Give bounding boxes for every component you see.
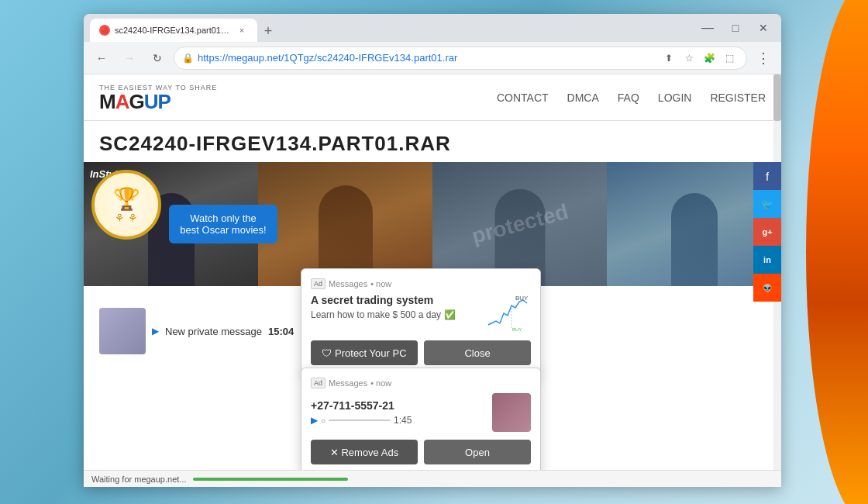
ad-popup-1: Ad Messages • now A secret trading syste… xyxy=(301,268,541,375)
page-content: THE EASIEST WAY TO SHARE MAGUP CONTACT D… xyxy=(84,74,781,470)
address-text: https://megaup.net/1QTgz/sc24240-IFRGEv1… xyxy=(198,52,655,64)
logo-ga: G xyxy=(129,90,143,113)
play-icon: ▶ xyxy=(152,326,159,337)
blue-tooltip-text: Watch only the best Oscar movies! xyxy=(180,212,266,236)
status-text: Waiting for megaup.net... xyxy=(91,475,187,484)
nav-register[interactable]: REGISTER xyxy=(710,91,766,104)
page-title: SC24240-IFRGEV134.PART01.RAR xyxy=(99,132,766,156)
ad-popup-2: Ad Messages • now +27-711-5557-21 ▶ ○ 1:… xyxy=(301,368,541,470)
menu-button[interactable]: ⋮ xyxy=(752,47,775,70)
ad-title-1: A secret trading system xyxy=(311,294,477,306)
share-icon[interactable]: ⬆ xyxy=(660,49,678,67)
browser-toolbar: ← → ↻ 🔒 https://megaup.net/1QTgz/sc24240… xyxy=(84,42,781,74)
site-header: THE EASIEST WAY TO SHARE MAGUP CONTACT D… xyxy=(84,74,781,121)
ad-label-1: Ad Messages • now xyxy=(311,278,531,289)
audio-time: 1:45 xyxy=(394,415,412,426)
address-bar[interactable]: 🔒 https://megaup.net/1QTgz/sc24240-IFRGE… xyxy=(174,47,747,70)
new-message-label: New private message xyxy=(165,326,262,337)
ad-actions-2: ✕ Remove Ads Open xyxy=(311,440,531,464)
lock-icon: 🔒 xyxy=(182,53,193,64)
ad-time-1: • now xyxy=(370,279,391,288)
trophy-icon: 🏆 xyxy=(113,186,140,212)
message-time: 15:04 xyxy=(268,326,294,337)
pip-icon[interactable]: ⬚ xyxy=(720,49,739,67)
status-bar: Waiting for megaup.net... xyxy=(84,470,781,487)
desktop-background xyxy=(775,0,868,504)
logo-a: A xyxy=(115,90,129,113)
social-twitter-button[interactable]: 🐦 xyxy=(753,190,781,218)
check-icon: ✅ xyxy=(444,309,456,320)
new-tab-button[interactable]: + xyxy=(257,20,279,42)
minimize-button[interactable]: — xyxy=(696,16,719,40)
site-logo[interactable]: MAGUP xyxy=(99,91,217,112)
title-bar: 🔴 sc24240-IFRGEv134.part01.rar - × + — □… xyxy=(84,14,781,42)
image-3: protected xyxy=(432,162,607,286)
ad-person-image xyxy=(492,393,531,432)
ad-actions-1: 🛡 Protect Your PC Close xyxy=(311,340,531,365)
audio-progress-bar xyxy=(329,419,391,421)
logo-meg: M xyxy=(99,90,115,113)
extension-icon[interactable]: 🧩 xyxy=(700,49,718,67)
address-actions: ⬆ ☆ 🧩 ⬚ xyxy=(660,49,739,67)
browser-window: 🔴 sc24240-IFRGEv134.part01.rar - × + — □… xyxy=(84,14,781,487)
tab-title: sc24240-IFRGEv134.part01.rar - xyxy=(115,26,231,35)
ad-phone: +27-711-5557-21 xyxy=(311,399,484,412)
laurel-text: ⚘ ⚘ xyxy=(115,212,138,224)
ad-time-2: • now xyxy=(370,378,391,388)
social-reddit-button[interactable]: 👽 xyxy=(753,274,781,302)
ad-close-button[interactable]: Close xyxy=(424,340,531,365)
image-2 xyxy=(258,162,432,286)
ad-open-button[interactable]: Open xyxy=(424,440,531,464)
refresh-button[interactable]: ↻ xyxy=(146,47,169,70)
tab-close-button[interactable]: × xyxy=(236,24,248,36)
social-gplus-button[interactable]: g+ xyxy=(753,218,781,246)
tab-favicon: 🔴 xyxy=(99,25,110,36)
social-linkedin-button[interactable]: in xyxy=(753,246,781,274)
social-facebook-button[interactable]: f xyxy=(753,162,781,190)
ad-text-area-1: A secret trading system Learn how to mak… xyxy=(311,294,477,333)
svg-text:BUY: BUY xyxy=(515,295,529,302)
ad-subtitle-1: Learn how to make $ 500 a day ✅ xyxy=(311,309,477,320)
browser-tab[interactable]: 🔴 sc24240-IFRGEv134.part01.rar - × xyxy=(90,19,257,42)
nav-login[interactable]: LOGIN xyxy=(658,91,692,104)
ad-audio-bar: ▶ ○ 1:45 xyxy=(311,415,484,426)
ad-label-2: Ad Messages • now xyxy=(311,378,531,388)
scroll-thumb[interactable] xyxy=(773,74,781,121)
audio-circle: ○ xyxy=(321,416,326,425)
back-button[interactable]: ← xyxy=(90,47,113,70)
close-button[interactable]: ✕ xyxy=(752,16,775,40)
status-progress-bar xyxy=(193,478,348,481)
nav-dmca[interactable]: DMCA xyxy=(567,91,599,104)
ad-badge-1: Ad xyxy=(311,278,326,289)
protect-pc-button[interactable]: 🛡 Protect Your PC xyxy=(311,340,418,365)
remove-ads-button[interactable]: ✕ Remove Ads xyxy=(311,440,418,464)
logo-area: THE EASIEST WAY TO SHARE MAGUP xyxy=(99,84,217,112)
page-title-area: SC24240-IFRGEV134.PART01.RAR xyxy=(84,121,781,162)
ad-popup-2-content: +27-711-5557-21 ▶ ○ 1:45 xyxy=(311,393,531,432)
ad-badge-2: Ad xyxy=(311,378,326,388)
site-navigation: CONTACT DMCA FAQ LOGIN REGISTER xyxy=(497,91,766,104)
person-thumbnail xyxy=(99,308,146,354)
social-sidebar: f 🐦 g+ in 👽 P xyxy=(753,162,781,302)
blue-tooltip: Watch only the best Oscar movies! xyxy=(169,205,277,243)
nav-contact[interactable]: CONTACT xyxy=(497,91,549,104)
ad-source-1: Messages xyxy=(329,279,367,288)
forward-button[interactable]: → xyxy=(118,47,141,70)
tab-area: 🔴 sc24240-IFRGEv134.part01.rar - × + xyxy=(90,14,696,42)
ad-chart: BUY BUY xyxy=(484,294,531,333)
nav-faq[interactable]: FAQ xyxy=(618,91,639,104)
svg-text:BUY: BUY xyxy=(512,327,522,332)
ad-text-area-2: +27-711-5557-21 ▶ ○ 1:45 xyxy=(311,399,484,426)
ad-play-icon[interactable]: ▶ xyxy=(311,415,318,426)
bookmark-icon[interactable]: ☆ xyxy=(680,49,698,67)
maximize-button[interactable]: □ xyxy=(724,16,747,40)
ad-source-2: Messages xyxy=(329,378,367,388)
ad-content-1: A secret trading system Learn how to mak… xyxy=(311,294,531,333)
award-badge: 🏆 ⚘ ⚘ xyxy=(91,170,161,240)
logo-up: UP xyxy=(144,90,170,113)
